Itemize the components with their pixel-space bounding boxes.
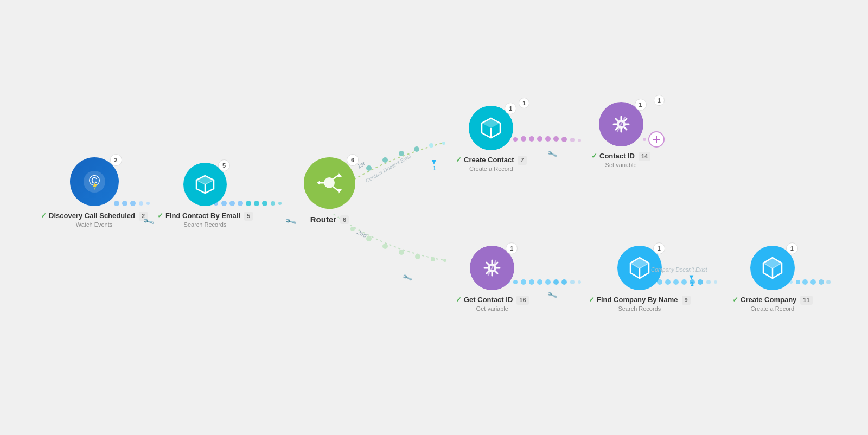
node-badge-contact-id: 1 xyxy=(635,99,647,111)
svg-point-35 xyxy=(545,136,551,142)
filter-count-upper: 1 xyxy=(433,165,436,171)
node-badge-discovery: 2 xyxy=(110,154,122,166)
node-label-find-contact: ✓ Find Contact By Email 5 Search Records xyxy=(157,212,253,228)
svg-point-68 xyxy=(649,132,664,147)
svg-point-27 xyxy=(415,254,420,259)
route-label-2nd: 2nd xyxy=(356,229,368,239)
badge-upper-path: 1 xyxy=(519,98,529,108)
svg-point-48 xyxy=(570,280,575,284)
svg-point-22 xyxy=(442,142,445,145)
svg-marker-75 xyxy=(196,176,214,184)
svg-point-28 xyxy=(431,257,435,261)
svg-line-96 xyxy=(624,127,627,130)
svg-line-84 xyxy=(333,187,339,191)
box-icon-create xyxy=(478,116,503,140)
svg-point-24 xyxy=(366,236,372,241)
svg-point-45 xyxy=(545,279,551,285)
node-create-contact[interactable]: 1 ✓ Create Contact 7 Create a Record xyxy=(456,106,527,172)
svg-point-14 xyxy=(271,201,275,206)
svg-point-25 xyxy=(382,244,388,249)
box-icon-find-company xyxy=(627,255,652,280)
svg-marker-85 xyxy=(337,189,342,194)
svg-marker-81 xyxy=(317,181,320,185)
svg-marker-87 xyxy=(482,118,500,128)
tool-icon-2: 🔧 xyxy=(284,215,297,227)
filter-icon-lower: ▼ xyxy=(688,273,695,281)
node-label-contact-id: ✓ Contact ID 14 Set variable xyxy=(591,152,650,169)
svg-point-64 xyxy=(819,279,824,285)
node-find-company[interactable]: 1 ✓ Find Company By Name 9 Search Record… xyxy=(589,246,691,312)
svg-point-12 xyxy=(254,201,259,206)
svg-point-36 xyxy=(553,136,559,142)
workflow-canvas: 2 © ✓ Discovery Call Scheduled 2 Watch E… xyxy=(0,0,868,435)
node-label-get-contact: ✓ Get Contact ID 16 Get variable xyxy=(456,296,529,312)
node-label-router: Router 6 xyxy=(310,214,349,225)
node-contact-id[interactable]: 1 xyxy=(591,102,650,169)
node-find-contact[interactable]: 5 ✓ Find Contact By Email 5 Search Recor… xyxy=(157,163,253,228)
box-icon-create-company xyxy=(760,255,785,280)
svg-point-47 xyxy=(561,279,567,285)
company-condition-label: Company Doesn't Exist xyxy=(651,267,707,273)
tool-icon-4: 🔧 xyxy=(402,273,413,284)
box-icon-find xyxy=(193,172,217,196)
svg-point-18 xyxy=(382,157,388,163)
router-icon xyxy=(315,168,344,198)
svg-point-29 xyxy=(443,259,446,262)
svg-point-26 xyxy=(399,250,404,255)
filter-icon-upper: ▼ xyxy=(430,157,438,166)
node-badge-router: 6 xyxy=(347,154,359,166)
tools-icon-get xyxy=(480,255,505,280)
node-label-create-contact: ✓ Create Contact 7 Create a Record xyxy=(456,156,527,172)
svg-marker-83 xyxy=(337,172,342,177)
node-label-create-company: ✓ Create Company 11 Create a Record xyxy=(732,296,813,312)
svg-point-57 xyxy=(698,279,703,285)
svg-point-65 xyxy=(826,280,831,284)
node-label-find-company: ✓ Find Company By Name 9 Search Records xyxy=(589,296,691,312)
svg-point-46 xyxy=(553,279,559,285)
node-discovery-call[interactable]: 2 © ✓ Discovery Call Scheduled 2 Watch E… xyxy=(41,157,148,228)
svg-marker-112 xyxy=(630,258,649,268)
node-get-contact-id[interactable]: 1 ✓ Get Contac xyxy=(456,246,529,312)
svg-line-95 xyxy=(616,119,618,121)
route-condition-1: Contact Doesn't Exist xyxy=(365,153,412,184)
filter-count-lower: 1 xyxy=(691,281,694,287)
svg-point-59 xyxy=(714,280,717,284)
node-label-discovery: ✓ Discovery Call Scheduled 2 Watch Event… xyxy=(41,212,148,228)
svg-marker-117 xyxy=(763,258,782,268)
svg-point-15 xyxy=(278,202,282,205)
svg-point-58 xyxy=(706,280,711,284)
tools-icon-contact xyxy=(609,112,634,137)
svg-point-38 xyxy=(570,138,575,142)
tool-icon-3: 🔧 xyxy=(547,149,558,160)
svg-point-43 xyxy=(529,279,534,285)
node-badge-get-contact: 1 xyxy=(506,242,518,254)
svg-point-17 xyxy=(366,165,372,171)
svg-line-106 xyxy=(487,263,489,265)
svg-point-21 xyxy=(429,143,433,148)
node-badge-find-company: 1 xyxy=(653,242,665,254)
node-badge-create-contact: 1 xyxy=(505,103,516,114)
svg-point-34 xyxy=(537,136,542,142)
node-badge-find-contact: 5 xyxy=(218,159,230,171)
svg-point-13 xyxy=(262,201,267,206)
svg-line-107 xyxy=(495,271,498,274)
node-router[interactable]: 6 Router 6 xyxy=(304,157,355,225)
node-badge-create-company: 1 xyxy=(786,242,798,254)
svg-point-39 xyxy=(578,139,581,142)
svg-point-44 xyxy=(537,279,542,285)
svg-point-33 xyxy=(529,136,534,142)
tool-icon-5: 🔧 xyxy=(547,290,558,301)
badge-contact-id-trail: 1 xyxy=(654,95,665,106)
node-create-company[interactable]: 1 ✓ Create Company 11 Create a Record xyxy=(732,246,813,312)
crm-icon: © xyxy=(81,168,108,195)
svg-point-23 xyxy=(350,227,355,231)
svg-point-20 xyxy=(414,146,419,152)
svg-point-37 xyxy=(561,137,567,142)
svg-point-49 xyxy=(578,280,581,284)
